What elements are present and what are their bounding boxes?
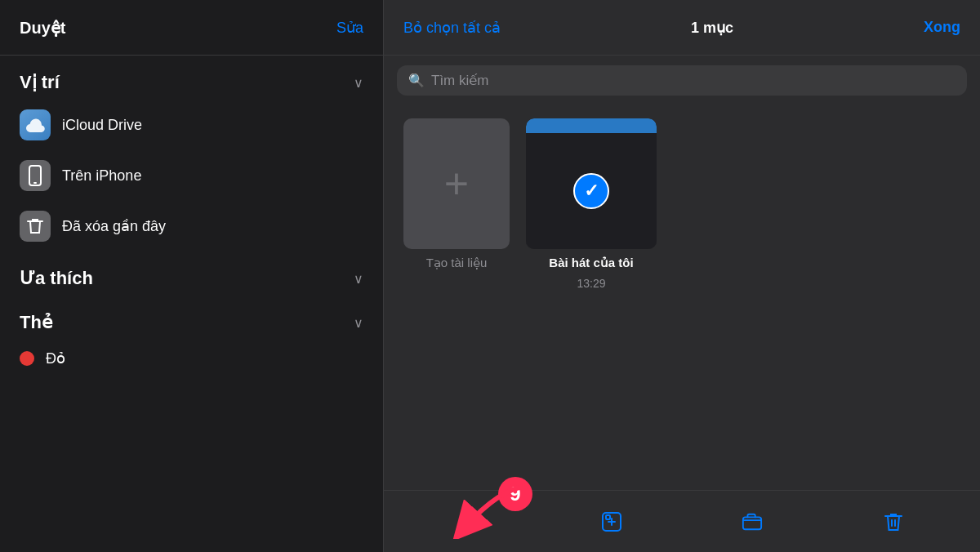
right-panel: Bỏ chọn tất cả 1 mục Xong 🔍 Tìm kiếm + T… [384, 0, 980, 552]
icloud-label: iCloud Drive [62, 117, 142, 134]
browse-title: Duyệt [20, 18, 65, 38]
tags-section-header: Thẻ ∨ [0, 296, 383, 340]
share-button[interactable] [452, 504, 488, 540]
selected-checkmark: ✓ [573, 173, 609, 209]
sidebar-item-trash[interactable]: Đã xóa gần đây [0, 201, 383, 252]
add-button[interactable] [594, 504, 630, 540]
file-header-bar [526, 118, 657, 133]
checkmark-icon: ✓ [584, 180, 599, 202]
sidebar-item-icloud[interactable]: iCloud Drive [0, 100, 383, 150]
left-content: Vị trí ∨ iCloud Drive Trên iPhone [0, 56, 383, 552]
sidebar-item-iphone[interactable]: Trên iPhone [0, 150, 383, 201]
bottom-toolbar: 9 [384, 490, 980, 552]
file-name-bai-hat: Bài hát của tôi [549, 256, 633, 270]
move-button[interactable] [734, 504, 770, 540]
red-tag-label: Đỏ [46, 349, 65, 367]
file-thumbnail-bai-hat: ✓ [526, 118, 657, 249]
sidebar-item-tag-red[interactable]: Đỏ [0, 340, 383, 377]
search-icon: 🔍 [408, 73, 425, 88]
svg-rect-1 [33, 182, 37, 184]
done-button[interactable]: Xong [924, 19, 960, 36]
create-doc-label: Tạo tài liệu [426, 256, 488, 270]
files-grid: + Tạo tài liệu ✓ Bài hát của tôi 13:29 [384, 105, 980, 490]
svg-rect-4 [606, 515, 610, 519]
file-date-bai-hat: 13:29 [577, 277, 605, 290]
trash-icon [20, 211, 51, 242]
search-bar[interactable]: 🔍 Tìm kiếm [397, 65, 967, 96]
location-chevron-icon[interactable]: ∨ [354, 75, 363, 91]
plus-icon: + [444, 162, 469, 205]
delete-button[interactable] [875, 504, 911, 540]
deselect-all-button[interactable]: Bỏ chọn tất cả [403, 19, 501, 37]
favorites-section-title: Ưa thích [20, 268, 93, 289]
tags-chevron-icon[interactable]: ∨ [354, 315, 363, 331]
icloud-icon [20, 109, 51, 140]
search-input[interactable]: Tìm kiếm [431, 72, 488, 89]
location-section-title: Vị trí [20, 72, 60, 93]
right-header: Bỏ chọn tất cả 1 mục Xong [384, 0, 980, 56]
edit-button[interactable]: Sửa [336, 19, 363, 37]
svg-rect-5 [743, 517, 761, 529]
favorites-section-header: Ưa thích ∨ [0, 252, 383, 296]
iphone-label: Trên iPhone [62, 167, 141, 185]
item-count: 1 mục [691, 19, 733, 37]
red-tag-dot [20, 351, 34, 366]
badge-annotation: 9 [498, 477, 532, 511]
file-item-bai-hat[interactable]: ✓ Bài hát của tôi 13:29 [526, 118, 657, 290]
create-document-item[interactable]: + Tạo tài liệu [403, 118, 510, 270]
create-doc-thumbnail: + [403, 118, 510, 249]
favorites-chevron-icon[interactable]: ∨ [354, 271, 363, 287]
file-body: ✓ [526, 133, 657, 249]
trash-label: Đã xóa gần đây [62, 217, 166, 235]
iphone-icon [20, 160, 51, 191]
tags-section-title: Thẻ [20, 312, 53, 333]
location-section-header: Vị trí ∨ [0, 56, 383, 100]
left-panel: Duyệt Sửa Vị trí ∨ iCloud Drive Trên [0, 0, 384, 552]
left-header: Duyệt Sửa [0, 0, 383, 56]
